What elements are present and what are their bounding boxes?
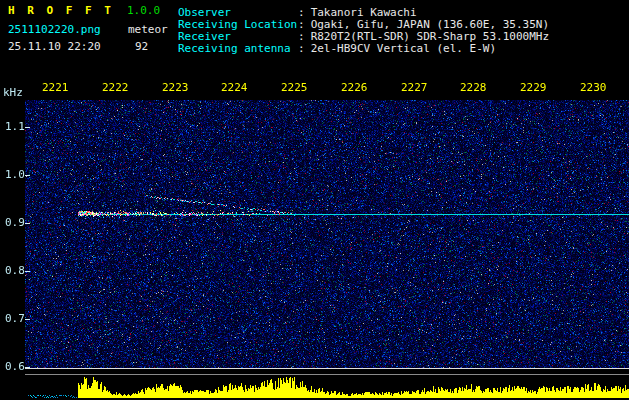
freq-unit-label: kHz <box>3 87 23 99</box>
info-colon: : <box>298 43 305 55</box>
app-version: 1.0.0 <box>127 5 160 17</box>
freq-label: 0.8 <box>5 265 25 277</box>
time-label: 2229 <box>520 82 547 94</box>
freq-label: 0.9 <box>5 217 25 229</box>
time-label: 2223 <box>162 82 189 94</box>
observation-info: Observer:Takanori Kawachi Receiving Loca… <box>178 7 549 55</box>
freq-label: 1.0 <box>5 169 25 181</box>
info-row: Receiving antenna:2el-HB9CV Vertical (el… <box>178 43 549 55</box>
time-label: 2228 <box>460 82 487 94</box>
datetime: 25.11.10 22:20 <box>8 41 101 53</box>
sample-count: 92 <box>135 41 148 53</box>
mode-label: meteor <box>128 24 168 36</box>
info-label: Receiving antenna <box>178 43 298 55</box>
time-label: 2230 <box>580 82 607 94</box>
time-label: 2225 <box>281 82 308 94</box>
time-label: 2227 <box>401 82 428 94</box>
time-label: 2221 <box>42 82 69 94</box>
filename: 2511102220.png <box>8 24 101 36</box>
time-label: 2224 <box>221 82 248 94</box>
spectrogram-canvas <box>0 80 629 400</box>
time-label: 2222 <box>102 82 129 94</box>
time-label: 2226 <box>341 82 368 94</box>
hrofft-window: H R O F F T 1.0.0 2511102220.png meteor … <box>0 0 629 400</box>
freq-label: 0.6 <box>5 361 25 373</box>
freq-label: 0.7 <box>5 313 25 325</box>
info-value: 2el-HB9CV Vertical (el. E-W) <box>311 43 496 55</box>
freq-label: 1.1 <box>5 121 25 133</box>
app-title: H R O F F T <box>8 5 114 17</box>
